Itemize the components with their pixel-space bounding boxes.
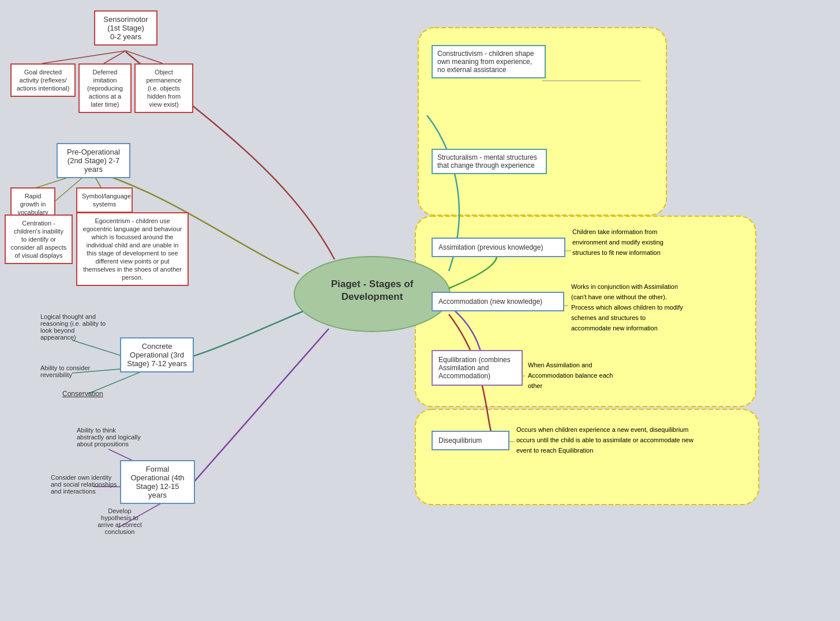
assimilation-box: Assimilation (previous knowledge) [432, 238, 565, 257]
deferred-imitation-box: Deferred imitation (reproducing actions … [78, 63, 132, 113]
structuralism-box: Structuralism - mental structures that c… [432, 149, 547, 174]
symbol-language-box: Symbol/language systems [76, 187, 133, 213]
sensorimotor-box: Sensorimotor (1st Stage) 0-2 years [94, 10, 158, 46]
disequilibrium-desc: Occurs when children experience a new ev… [516, 424, 698, 455]
assimilation-desc: Children take information from environme… [572, 226, 679, 257]
svg-text:Piaget - Stages of: Piaget - Stages of [331, 278, 414, 289]
svg-text:Development: Development [342, 291, 403, 302]
accommodation-desc: Works in conjunction with Assimilation (… [571, 281, 687, 333]
accommodation-box: Accommodation (new knowledge) [432, 292, 564, 311]
conservation-text: Conservation [62, 388, 103, 398]
concrete-box: Concrete Operational (3rd Stage) 7-12 ye… [120, 337, 194, 372]
equilibration-box: Equilibration (combines Assimilation and… [432, 350, 523, 386]
social-relationships-text: Consider own identity and social relatio… [51, 474, 117, 495]
formal-box: Formal Operational (4th Stage) 12-15 yea… [120, 460, 195, 504]
centration-box: Centration - children's inability to ide… [5, 214, 73, 264]
constructivism-box: Constructivism - children shape own mean… [432, 45, 546, 78]
abstract-think-text: Ability to think abstractly and logicall… [77, 427, 143, 447]
egocentrism-box: Egocentrism - children use egocentric la… [76, 212, 189, 286]
logical-thought-text: Logical thought and reasoning (i.e. abil… [40, 313, 107, 341]
disequilibrium-box: Disequilibrium [432, 431, 509, 450]
reversibility-text: Ability to consider reversibility [40, 364, 107, 378]
equilibration-desc: When Assimilation and Accommodation bala… [528, 359, 629, 390]
preoperational-box: Pre-Operational (2nd Stage) 2-7 years [57, 143, 130, 178]
goal-directed-box: Goal directed activity (reflexes/ action… [10, 63, 76, 97]
hypothesis-text: Develop hypothesis to arrive at correct … [92, 507, 147, 535]
object-permanence-box: Object permanence (i.e. objects hidden f… [134, 63, 193, 113]
